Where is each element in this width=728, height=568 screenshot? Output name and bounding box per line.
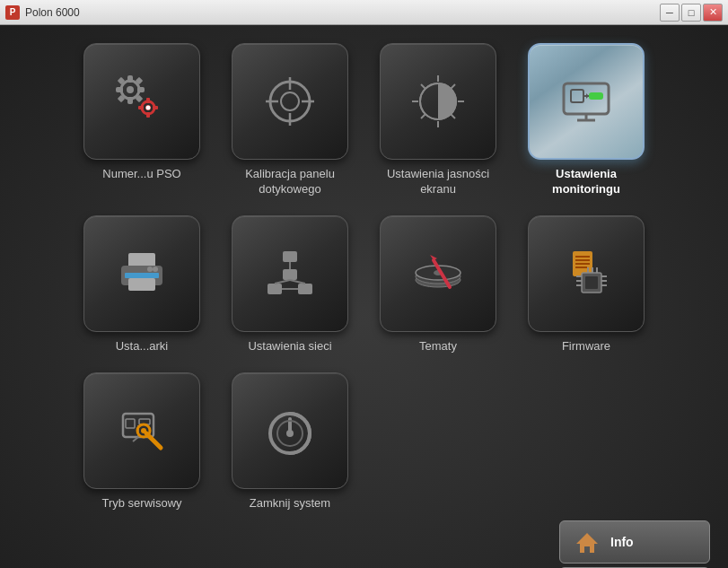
svg-rect-43 <box>125 273 159 278</box>
bottom-buttons: Info Menu <box>559 520 710 568</box>
tile-icon-numer-pso <box>83 43 200 160</box>
app-icon: P <box>5 5 20 20</box>
tile-icon-zamknij <box>232 372 348 489</box>
svg-rect-15 <box>153 106 158 109</box>
svg-line-31 <box>451 84 455 89</box>
svg-line-52 <box>290 280 305 284</box>
tile-label-kalibracja: Kalibracja panelu dotykowego <box>225 167 355 197</box>
power-icon <box>259 399 321 462</box>
crosshair-icon <box>259 70 321 133</box>
svg-line-51 <box>275 280 290 284</box>
tile-label-numer-pso: Numer...u PSO <box>102 167 180 182</box>
tiles-grid: Numer...u PSO Kalibracja panelu dotykowe… <box>18 43 710 511</box>
svg-rect-47 <box>268 284 282 294</box>
svg-rect-4 <box>116 87 123 92</box>
tile-drukarki[interactable]: Usta...arki <box>77 215 207 354</box>
tile-icon-firmware <box>528 215 645 332</box>
svg-marker-59 <box>430 255 437 260</box>
maximize-button[interactable]: □ <box>681 4 701 22</box>
tile-firmware[interactable]: Firmware <box>522 215 652 354</box>
svg-rect-66 <box>585 276 598 289</box>
tile-icon-drukarki <box>83 215 200 332</box>
settings-gears-icon <box>110 70 173 133</box>
tile-icon-jasnosc <box>380 43 496 160</box>
tile-serwis[interactable]: Tryb serwisowy <box>77 372 207 511</box>
tile-label-serwis: Tryb serwisowy <box>101 496 181 511</box>
svg-marker-37 <box>586 93 589 99</box>
svg-rect-5 <box>137 87 145 92</box>
tile-label-monitoring: Ustawienia monitoringu <box>522 167 652 197</box>
tile-zamknij[interactable]: Zamknij system <box>225 372 355 511</box>
tile-label-tematy: Tematy <box>419 339 457 354</box>
svg-rect-34 <box>571 90 583 102</box>
themes-icon <box>407 242 469 305</box>
home-icon <box>575 529 600 555</box>
window-controls: ─ □ ✕ <box>660 4 723 22</box>
tile-icon-siec <box>232 215 348 332</box>
svg-rect-12 <box>146 98 150 103</box>
svg-point-16 <box>146 106 151 110</box>
tile-icon-serwis <box>83 372 200 489</box>
monitoring-icon <box>555 70 618 133</box>
svg-point-45 <box>147 267 153 272</box>
svg-point-18 <box>281 92 299 110</box>
brightness-icon <box>407 70 469 133</box>
tile-siec[interactable]: Ustawienia sieci <box>225 215 355 354</box>
svg-line-30 <box>451 114 455 118</box>
svg-point-83 <box>141 428 146 433</box>
tile-icon-monitoring <box>528 43 645 160</box>
svg-rect-77 <box>126 419 135 428</box>
svg-marker-88 <box>576 533 598 553</box>
tile-kalibracja[interactable]: Kalibracja panelu dotykowego <box>225 43 355 197</box>
svg-rect-49 <box>283 269 297 280</box>
tile-jasnosc[interactable]: Ustawienia jasności ekranu <box>373 43 504 197</box>
svg-rect-14 <box>138 106 144 109</box>
tile-label-siec: Ustawienia sieci <box>248 339 331 354</box>
svg-line-29 <box>421 84 425 89</box>
tile-label-jasnosc: Ustawienia jasności ekranu <box>373 167 504 197</box>
tile-numer-pso[interactable]: Numer...u PSO <box>77 43 207 197</box>
close-button[interactable]: ✕ <box>703 4 723 22</box>
service-icon <box>110 399 173 462</box>
title-bar: P Polon 6000 ─ □ ✕ <box>0 0 728 25</box>
tile-label-drukarki: Usta...arki <box>116 339 169 354</box>
svg-point-1 <box>127 86 134 93</box>
svg-rect-48 <box>298 284 312 294</box>
svg-point-87 <box>286 430 294 437</box>
main-content: Numer...u PSO Kalibracja panelu dotykowe… <box>0 25 728 568</box>
tile-monitoring[interactable]: Ustawienia monitoringu <box>522 43 652 197</box>
tile-label-zamknij: Zamknij system <box>250 496 330 511</box>
svg-rect-3 <box>127 97 133 104</box>
svg-point-44 <box>153 267 158 272</box>
svg-rect-13 <box>146 112 150 118</box>
window-title: Polon 6000 <box>25 6 660 19</box>
tile-tematy[interactable]: Tematy <box>373 215 504 354</box>
svg-rect-35 <box>589 92 603 100</box>
info-button[interactable]: Info <box>559 520 710 564</box>
bottom-row: Info Menu <box>18 520 710 568</box>
network-icon <box>259 242 321 305</box>
svg-rect-42 <box>128 278 155 291</box>
grid-spacer-1 <box>373 372 504 511</box>
tile-label-firmware: Firmware <box>562 339 610 354</box>
svg-rect-2 <box>127 75 133 83</box>
tile-icon-kalibracja <box>232 43 348 160</box>
svg-line-32 <box>421 114 425 118</box>
svg-rect-46 <box>283 251 297 262</box>
firmware-icon <box>555 242 618 305</box>
grid-spacer-2 <box>522 372 652 511</box>
info-label: Info <box>610 535 634 549</box>
minimize-button[interactable]: ─ <box>660 4 680 22</box>
printer-icon <box>110 242 173 305</box>
tile-icon-tematy <box>380 215 496 332</box>
